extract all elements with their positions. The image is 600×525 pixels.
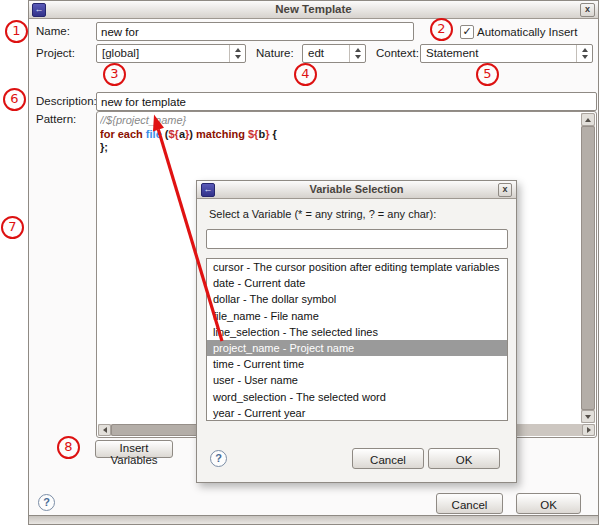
code-token: file: [146, 128, 162, 140]
variable-list-item[interactable]: word_selection - The selected word: [207, 389, 507, 405]
auto-insert-checkbox[interactable]: ✓: [460, 25, 474, 39]
vs-cancel-button[interactable]: Cancel: [352, 448, 424, 469]
vs-ok-button[interactable]: OK: [428, 448, 500, 469]
variable-list-item[interactable]: cursor - The cursor position after editi…: [207, 259, 507, 275]
context-label: Context:: [376, 47, 419, 59]
variable-list[interactable]: cursor - The cursor position after editi…: [206, 258, 508, 421]
name-label: Name:: [36, 25, 70, 37]
vs-dialog-title: Variable Selection: [197, 183, 516, 195]
scroll-up-icon[interactable]: [581, 113, 595, 126]
code-token: ${: [248, 128, 258, 140]
variable-selection-dialog: ← Variable Selection x Select a Variable…: [196, 180, 517, 483]
vs-help-icon[interactable]: ?: [210, 450, 227, 467]
context-value: Statement: [426, 47, 478, 59]
variable-list-item[interactable]: user - User name: [207, 372, 507, 388]
annotation-circle-8: 8: [57, 436, 80, 459]
vertical-scroll-thumb[interactable]: [581, 126, 595, 410]
vs-titlebar[interactable]: ← Variable Selection x: [197, 181, 516, 199]
code-token: {: [269, 128, 276, 140]
pattern-vertical-scrollbar[interactable]: [581, 113, 595, 423]
dropdown-arrows-icon[interactable]: [349, 45, 365, 62]
annotation-circle-2: 2: [430, 18, 453, 41]
screen: ← New Template x Name: ✓ Automatically I…: [0, 0, 600, 525]
nature-value: edt: [308, 47, 324, 59]
auto-insert-label: Automatically Insert: [477, 26, 577, 38]
scroll-left-icon[interactable]: [98, 424, 111, 436]
project-label: Project:: [36, 47, 75, 59]
code-token: matching: [196, 128, 248, 140]
nature-label: Nature:: [256, 47, 294, 59]
variable-list-item[interactable]: dollar - The dollar symbol: [207, 291, 507, 307]
vs-prompt-label: Select a Variable (* = any string, ? = a…: [209, 208, 436, 220]
main-titlebar[interactable]: ← New Template x: [29, 1, 598, 19]
annotation-circle-6: 6: [3, 88, 26, 111]
code-token: ${: [169, 128, 179, 140]
main-dialog-title: New Template: [29, 3, 598, 15]
nature-select[interactable]: edt: [302, 44, 366, 63]
scroll-down-icon[interactable]: [581, 410, 595, 423]
scroll-right-icon[interactable]: [582, 424, 595, 436]
cancel-button[interactable]: Cancel: [436, 493, 503, 514]
annotation-circle-5: 5: [476, 63, 499, 86]
description-label: Description:: [36, 95, 97, 107]
ok-button[interactable]: OK: [516, 493, 581, 514]
dropdown-arrows-icon[interactable]: [229, 45, 245, 62]
window-bottom-edge: [29, 515, 598, 524]
pattern-label: Pattern:: [36, 113, 76, 125]
variable-filter-input[interactable]: [206, 229, 508, 249]
variable-list-item[interactable]: year - Current year: [207, 405, 507, 421]
annotation-circle-7: 7: [1, 216, 24, 239]
project-select[interactable]: [global]: [96, 44, 246, 63]
annotation-circle-3: 3: [103, 63, 126, 86]
main-close-button[interactable]: x: [580, 3, 595, 17]
name-input[interactable]: [96, 22, 414, 41]
insert-variables-button[interactable]: Insert Variables: [95, 440, 173, 458]
context-select[interactable]: Statement: [420, 44, 593, 63]
code-token: };: [100, 141, 108, 153]
variable-list-item[interactable]: time - Current time: [207, 356, 507, 372]
variable-list-item[interactable]: line_selection - The selected lines: [207, 324, 507, 340]
annotation-circle-1: 1: [5, 20, 28, 43]
dropdown-arrows-icon[interactable]: [576, 45, 592, 62]
code-token: //${project_name}: [100, 114, 186, 126]
annotation-circle-4: 4: [294, 63, 317, 86]
vs-close-button[interactable]: x: [498, 183, 512, 197]
variable-list-item[interactable]: file_name - File name: [207, 308, 507, 324]
variable-list-item-selected[interactable]: project_name - Project name: [207, 340, 507, 356]
variable-list-item[interactable]: date - Current date: [207, 275, 507, 291]
help-icon[interactable]: ?: [38, 494, 55, 511]
code-token: for each: [100, 128, 146, 140]
description-input[interactable]: [96, 92, 597, 111]
code-token: (: [162, 128, 169, 140]
project-value: [global]: [102, 47, 139, 59]
